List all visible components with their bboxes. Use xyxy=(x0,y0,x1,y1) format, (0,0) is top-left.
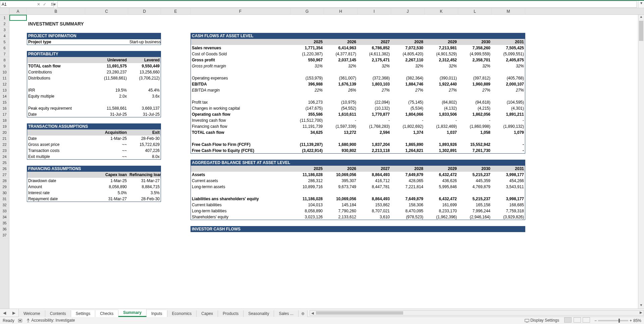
normal-view-button[interactable] xyxy=(564,317,572,323)
row-header-36[interactable]: 36 xyxy=(0,226,9,232)
cell[interactable]: (382,364) xyxy=(391,75,425,81)
row-header-3[interactable]: 3 xyxy=(0,27,9,33)
cell[interactable]: (10,975) xyxy=(324,99,358,105)
cell[interactable]: (10,132) xyxy=(358,105,391,111)
cell[interactable]: 2,358,701 xyxy=(458,57,492,63)
column-header-A[interactable]: A xyxy=(9,8,27,14)
cell[interactable]: Peak equity requirement xyxy=(27,105,85,111)
row-header-12[interactable]: 12 xyxy=(0,81,9,87)
cells-area[interactable]: INVESTMENT SUMMARY PROJECT INFORMATION C… xyxy=(9,15,638,309)
cell[interactable]: 27% xyxy=(391,87,425,93)
row-header-37[interactable]: 37 xyxy=(0,232,9,238)
cell[interactable]: Operating cash flow xyxy=(191,111,290,117)
cell[interactable]: 158,306 xyxy=(391,202,425,208)
cell[interactable]: (147,675) xyxy=(290,105,324,111)
cell[interactable]: 1,891,211 xyxy=(492,111,525,117)
cell[interactable] xyxy=(85,81,128,87)
row-header-27[interactable]: 27 xyxy=(0,172,9,178)
cell[interactable]: 7,213,981 xyxy=(425,45,458,51)
column-header-M[interactable]: M xyxy=(492,8,525,14)
cell[interactable]: - xyxy=(492,142,525,148)
cell[interactable]: 1,804,066 xyxy=(391,111,425,117)
cell[interactable]: 1,770,877 xyxy=(358,111,391,117)
cell[interactable]: 8,058,890 xyxy=(85,184,128,190)
cell[interactable]: 2,405,875 xyxy=(492,57,525,63)
cell[interactable]: 32% xyxy=(492,63,525,69)
cell[interactable]: 7,649,879 xyxy=(391,196,425,202)
cell[interactable]: 1-Mar-25 xyxy=(85,136,128,142)
row-headers[interactable]: 1234567891011121314151617181920212223242… xyxy=(0,15,9,309)
cell[interactable]: EBITDA margin xyxy=(191,87,290,93)
sheet-tab-summary[interactable]: Summary xyxy=(118,309,147,317)
cell[interactable]: - xyxy=(324,117,358,123)
cell[interactable]: 8,233,170 xyxy=(425,208,458,214)
cell[interactable]: 1-Mar-25 xyxy=(85,178,128,184)
sheet-tab-sales-[interactable]: Sales ... xyxy=(274,310,298,317)
cell[interactable]: 26% xyxy=(324,87,358,93)
formula-cancel-icon[interactable]: ✕ xyxy=(37,2,40,7)
cell[interactable]: (11,139,287) xyxy=(290,142,324,148)
tab-nav-buttons[interactable]: ◀ ▶ xyxy=(0,309,19,317)
cell[interactable] xyxy=(85,99,128,105)
cell[interactable]: (11,512,700) xyxy=(290,117,324,123)
column-header-H[interactable]: H xyxy=(324,8,358,14)
cell[interactable]: (4,999,559) xyxy=(458,51,492,57)
row-header-13[interactable]: 13 xyxy=(0,87,9,93)
row-header-21[interactable]: 21 xyxy=(0,136,9,142)
row-header-30[interactable]: 30 xyxy=(0,190,9,196)
cell[interactable]: Gross profit margin xyxy=(191,63,290,69)
cell[interactable]: - xyxy=(458,117,492,123)
row-header-15[interactable]: 15 xyxy=(0,99,9,105)
cell[interactable]: 19.5% xyxy=(85,87,128,93)
cell[interactable]: 2,267,110 xyxy=(391,57,425,63)
column-header-L[interactable]: L xyxy=(458,8,492,14)
row-header-24[interactable]: 24 xyxy=(0,154,9,160)
cell[interactable]: 34,625 xyxy=(290,129,324,136)
cell[interactable]: Drawdown date xyxy=(27,178,85,184)
zoom-in-button[interactable]: + xyxy=(630,318,632,323)
cell[interactable] xyxy=(27,81,85,87)
sheet-tab-welcome[interactable]: Welcome xyxy=(19,310,45,317)
select-all-corner[interactable] xyxy=(0,8,9,15)
cell[interactable]: 13,256,660 xyxy=(128,69,161,75)
row-header-17[interactable]: 17 xyxy=(0,111,9,117)
row-header-23[interactable]: 23 xyxy=(0,148,9,154)
cell[interactable]: Long-termn assets xyxy=(191,184,290,190)
column-header-I[interactable]: I xyxy=(358,8,391,14)
cell[interactable]: (1,860,998) xyxy=(458,123,492,129)
cell[interactable]: 9,550,449 xyxy=(128,63,161,69)
cell[interactable]: (4,805,420) xyxy=(391,51,425,57)
cell[interactable]: (1,832,469) xyxy=(425,123,458,129)
column-header-G[interactable]: G xyxy=(290,8,324,14)
macro-recorder-icon[interactable] xyxy=(18,318,22,323)
cell[interactable]: Distributions xyxy=(27,75,85,81)
cell[interactable]: 286,312 xyxy=(290,178,324,184)
cell[interactable]: 7,505,425 xyxy=(492,45,525,51)
cell[interactable]: 27% xyxy=(425,87,458,93)
row-header-14[interactable]: 14 xyxy=(0,93,9,99)
cell[interactable]: (54,552) xyxy=(324,105,358,111)
cell[interactable]: 3,998,177 xyxy=(492,196,525,202)
cell[interactable]: 7,072,530 xyxy=(391,45,425,51)
row-header-2[interactable]: 2 xyxy=(0,21,9,27)
column-header-B[interactable]: B xyxy=(27,8,85,14)
row-header-16[interactable]: 16 xyxy=(0,105,9,111)
formula-confirm-icon[interactable]: ✓ xyxy=(43,2,46,7)
row-header-28[interactable]: 28 xyxy=(0,178,9,184)
cell[interactable]: (153,979) xyxy=(290,75,324,81)
scroll-down-arrow[interactable]: ▼ xyxy=(638,303,644,309)
display-settings-button[interactable]: Display Settings xyxy=(525,318,559,323)
row-header-10[interactable]: 10 xyxy=(0,69,9,75)
cell[interactable]: - xyxy=(492,117,525,123)
cell[interactable]: 15,552,942 xyxy=(458,142,492,148)
cell[interactable]: 428,065 xyxy=(391,178,425,184)
cell[interactable]: 11,186,028 xyxy=(290,196,324,202)
tab-nav-next-icon[interactable]: ▶ xyxy=(12,311,15,315)
cell[interactable]: 32% xyxy=(425,63,458,69)
cell[interactable]: 550,967 xyxy=(290,57,324,63)
cell[interactable]: ~~ xyxy=(85,142,128,148)
cell[interactable]: 1,922,440 xyxy=(425,81,458,87)
cell[interactable]: 13,272 xyxy=(324,129,358,136)
cell[interactable]: 355,586 xyxy=(290,111,324,117)
cell[interactable]: (390,011) xyxy=(425,75,458,81)
